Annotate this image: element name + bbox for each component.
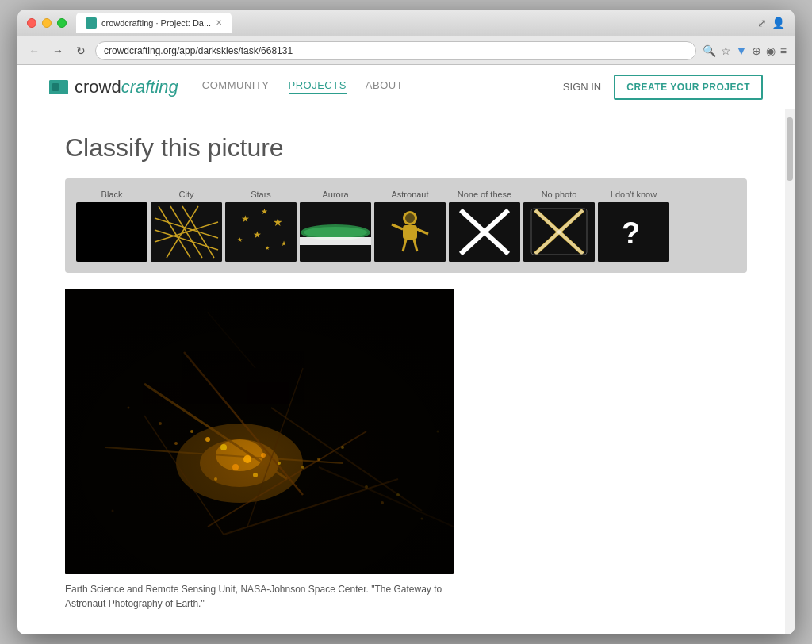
main-image [65,289,454,574]
traffic-lights [27,18,67,28]
option-city-image [151,202,222,262]
reload-button[interactable]: ↻ [73,43,89,59]
option-idontknow-image: ? [598,202,669,262]
ext-icon1[interactable]: ▼ [736,44,747,57]
svg-rect-21 [300,237,371,245]
option-nophoto-image [523,202,595,262]
tab-bar: crowdcrafting · Project: Da... ✕ [76,13,757,33]
option-astronaut-image [374,202,446,262]
site-nav: crowdcrafting COMMUNITY PROJECTS ABOUT S… [17,65,795,109]
image-caption: Earth Science and Remote Sensing Unit, N… [65,582,454,611]
svg-point-20 [304,227,367,238]
svg-text:★: ★ [273,216,283,228]
page: crowdcrafting COMMUNITY PROJECTS ABOUT S… [17,65,795,634]
forward-button[interactable]: → [49,43,67,59]
svg-text:★: ★ [237,236,243,243]
browser-tab[interactable]: crowdcrafting · Project: Da... ✕ [76,13,232,33]
scrollbar[interactable] [785,109,795,634]
svg-text:★: ★ [253,229,262,240]
svg-rect-1 [52,83,59,91]
option-nophoto[interactable]: No photo [523,190,595,262]
option-astronaut[interactable]: Astronaut [374,190,446,262]
option-nophoto-label: No photo [542,190,577,199]
option-stars[interactable]: Stars ★ ★ ★ ★ ★ ★ ★ [225,190,297,262]
option-none[interactable]: None of these [449,190,520,262]
svg-point-24 [405,213,415,223]
svg-text:★: ★ [281,240,287,247]
option-city[interactable]: City [151,190,222,262]
option-black[interactable]: Black [76,190,147,262]
url-field[interactable]: crowdcrafting.org/app/darkskies/task/668… [95,41,696,60]
logo-icon [49,80,68,94]
option-aurora[interactable]: Aurora [300,190,371,262]
nav-projects[interactable]: PROJECTS [289,79,347,94]
option-none-image [449,202,520,262]
avatar-icon: 👤 [772,17,785,29]
svg-text:★: ★ [241,213,250,224]
option-aurora-image [300,202,371,262]
option-city-label: City [179,190,194,199]
logo-text: crowdcrafting [75,77,178,98]
sign-in-button[interactable]: SIGN IN [563,81,601,93]
ext-icon2[interactable]: ⊕ [752,44,761,57]
search-icon[interactable]: 🔍 [703,44,716,57]
minimize-button[interactable] [42,18,52,28]
option-astronaut-label: Astronaut [391,190,428,199]
bookmark-icon[interactable]: ☆ [721,44,731,57]
address-bar: ← → ↻ crowdcrafting.org/app/darkskies/ta… [17,36,795,65]
scrollbar-thumb[interactable] [787,117,793,181]
option-idontknow-label: I don't know [611,190,657,199]
ext-icon3[interactable]: ◉ [766,44,776,57]
svg-rect-25 [403,225,417,240]
svg-text:?: ? [622,217,640,250]
option-none-label: None of these [458,190,512,199]
tab-favicon [86,17,97,29]
page-title: Classify this picture [65,133,747,163]
logo[interactable]: crowdcrafting [49,77,178,98]
title-bar: crowdcrafting · Project: Da... ✕ ⤢ 👤 [17,10,795,36]
option-black-image [76,202,147,262]
classify-options: Black City [65,178,747,273]
svg-text:★: ★ [261,207,268,216]
close-button[interactable] [27,18,36,28]
nav-about[interactable]: ABOUT [366,79,403,94]
main-content: Classify this picture Black City [17,109,795,634]
option-idontknow[interactable]: I don't know ? [598,190,669,262]
nav-links: COMMUNITY PROJECTS ABOUT [202,79,563,94]
tab-close-button[interactable]: ✕ [216,18,222,27]
nav-right: SIGN IN CREATE YOUR PROJECT [563,75,763,100]
address-bar-icons: 🔍 ☆ ▼ ⊕ ◉ ≡ [703,44,787,57]
url-text: crowdcrafting.org/app/darkskies/task/668… [104,45,293,56]
option-aurora-label: Aurora [322,190,348,199]
svg-text:★: ★ [265,245,270,251]
create-project-button[interactable]: CREATE YOUR PROJECT [614,75,763,100]
svg-rect-77 [65,289,454,574]
option-stars-label: Stars [251,190,271,199]
option-stars-image: ★ ★ ★ ★ ★ ★ ★ [225,202,297,262]
expand-icon[interactable]: ⤢ [757,17,767,29]
nav-community[interactable]: COMMUNITY [202,79,270,94]
menu-icon[interactable]: ≡ [780,44,787,57]
browser-window: crowdcrafting · Project: Da... ✕ ⤢ 👤 ← →… [17,10,795,634]
back-button[interactable]: ← [25,43,43,59]
tab-title: crowdcrafting · Project: Da... [102,18,211,28]
option-black-label: Black [102,190,123,199]
maximize-button[interactable] [57,18,67,28]
title-bar-right: ⤢ 👤 [757,17,785,29]
